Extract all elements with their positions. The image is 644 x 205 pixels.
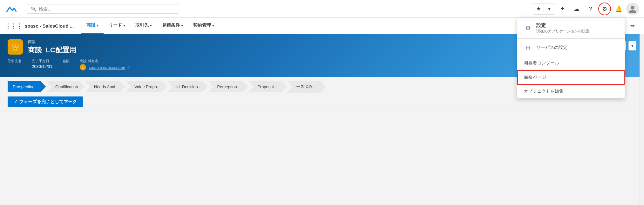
settings-dropdown: ⚙ 設定 現在のアプリケーションの設定 ⚙ サービスの設定 開発者コンソール 編… bbox=[517, 18, 625, 98]
field-owner: 商談 所有者 s soarize subscription 👤 bbox=[80, 59, 131, 70]
nav-tab-quotes[interactable]: 見積条件 ▾ bbox=[157, 18, 188, 34]
salesforce-logo bbox=[5, 4, 17, 13]
favorites-button[interactable]: ★ bbox=[533, 3, 544, 14]
settings-item-text: 設定 現在のアプリケーションの設定 bbox=[536, 23, 590, 34]
favorites-group: ★ ▾ bbox=[533, 3, 555, 15]
top-navigation: 🔍 ★ ▾ + ☁ ? ⚙ 🔔 bbox=[0, 0, 644, 18]
nav-tab-deals-label: 商談 bbox=[86, 23, 95, 28]
phase-step-prospecting[interactable]: Prospecting bbox=[8, 81, 46, 92]
logo-area bbox=[5, 4, 17, 13]
phase-step-proposal-label: Proposal... bbox=[257, 84, 277, 89]
field-amount-value bbox=[63, 64, 70, 69]
nav-tab-leads[interactable]: リード ▾ bbox=[104, 18, 130, 34]
field-account-name-label: 取引先名 bbox=[8, 59, 22, 63]
nav-tab-quotes-label: 見積条件 bbox=[162, 23, 180, 28]
field-account-name: 取引先名 bbox=[8, 59, 22, 70]
nav-tab-contracts-label: 契約管理 bbox=[193, 23, 211, 28]
nav-tab-leads-label: リード bbox=[109, 23, 122, 28]
phase-step-prospecting-label: Prospecting bbox=[13, 84, 35, 89]
nav-tabs: 商談 ▾ リード ▾ 取引先 ▾ 見積条件 ▾ 契約管理 ▾ bbox=[81, 18, 219, 34]
nav-tab-accounts-label: 取引先 bbox=[135, 23, 149, 28]
service-settings-gear-icon: ⚙ bbox=[524, 43, 532, 52]
phase-step-needs-analysis[interactable]: Needs Anal... bbox=[85, 81, 125, 92]
user-avatar[interactable] bbox=[626, 3, 639, 15]
settings-gear-icon: ⚙ bbox=[524, 24, 532, 33]
phase-step-perception[interactable]: Perception ... bbox=[208, 81, 248, 92]
field-owner-value-group: s soarize subscription 👤 bbox=[80, 64, 131, 70]
favorites-dropdown-button[interactable]: ▾ bbox=[544, 3, 555, 14]
record-more-actions-button[interactable]: ▾ bbox=[628, 41, 636, 50]
settings-button[interactable]: ⚙ bbox=[598, 3, 611, 15]
phase-step-qualification[interactable]: Qualification bbox=[46, 81, 85, 92]
field-amount-label: 金額 bbox=[63, 59, 70, 63]
dropdown-item-edit-object[interactable]: オブジェクトを編集 bbox=[517, 85, 625, 98]
dropdown-item-developer-console[interactable]: 開発者コンソール bbox=[517, 56, 625, 70]
phase-step-closed-label: ーズ済み bbox=[296, 84, 313, 89]
phase-step-value-label: Value Propo... bbox=[134, 84, 160, 89]
notifications-button[interactable]: 🔔 bbox=[612, 3, 625, 15]
phase-step-needs-label: Needs Anal... bbox=[94, 84, 119, 89]
record-type-icon: 👑 bbox=[8, 39, 23, 55]
nav-tab-deals[interactable]: 商談 ▾ bbox=[81, 18, 104, 34]
phase-step-proposal[interactable]: Proposal... bbox=[248, 81, 287, 92]
mark-complete-button[interactable]: ✓ フェーズを完了としてマーク bbox=[8, 96, 83, 107]
dropdown-item-settings[interactable]: ⚙ 設定 現在のアプリケーションの設定 bbox=[517, 18, 625, 38]
dropdown-item-edit-page[interactable]: 編集ページ bbox=[517, 70, 625, 85]
add-button[interactable]: + bbox=[556, 3, 569, 15]
settings-item-desc: 現在のアプリケーションの設定 bbox=[536, 29, 590, 34]
top-nav-actions: ★ ▾ + ☁ ? ⚙ 🔔 bbox=[533, 3, 639, 15]
svg-point-0 bbox=[631, 6, 634, 10]
field-amount: 金額 bbox=[63, 59, 70, 70]
help-button[interactable]: ? bbox=[584, 3, 597, 15]
owner-avatar-icon: s bbox=[80, 64, 86, 70]
phase-step-value-prop[interactable]: Value Propo... bbox=[125, 81, 166, 92]
nav-tab-quotes-arrow: ▾ bbox=[181, 23, 183, 28]
owner-link-icon: 👤 bbox=[126, 65, 131, 69]
service-settings-item-label: サービスの設定 bbox=[536, 45, 567, 50]
nav-tab-contracts[interactable]: 契約管理 ▾ bbox=[188, 18, 219, 34]
search-input[interactable] bbox=[39, 6, 175, 11]
field-owner-label: 商談 所有者 bbox=[80, 59, 131, 63]
phase-step-qualification-label: Qualification bbox=[55, 84, 78, 89]
avatar-icon bbox=[628, 4, 637, 13]
field-close-date-value: 2030/12/31 bbox=[32, 64, 52, 69]
nav-tab-deals-arrow: ▾ bbox=[97, 23, 98, 28]
phase-step-perception-label: Perception ... bbox=[217, 84, 242, 89]
app-name-label: soasc - SalesCloud ... bbox=[25, 23, 74, 29]
phase-step-id-decision[interactable]: Id. Decision... bbox=[167, 81, 208, 92]
record-title-area: 商談 商談_LC配置用 bbox=[28, 39, 529, 55]
field-close-date: 完了予定日 2030/12/31 bbox=[32, 59, 52, 70]
field-owner-value[interactable]: soarize subscription bbox=[89, 65, 125, 70]
search-bar[interactable]: 🔍 bbox=[27, 4, 179, 14]
nav-tab-accounts[interactable]: 取引先 ▾ bbox=[130, 18, 157, 34]
phase-step-closed[interactable]: ーズ済み bbox=[287, 81, 325, 93]
phase-step-decision-label: Id. Decision... bbox=[176, 84, 201, 89]
settings-item-label: 設定 bbox=[536, 23, 590, 29]
field-close-date-label: 完了予定日 bbox=[32, 59, 52, 63]
nav-tab-accounts-arrow: ▾ bbox=[150, 23, 152, 28]
cloud-button[interactable]: ☁ bbox=[570, 3, 583, 15]
record-type-label: 商談 bbox=[28, 39, 529, 45]
dropdown-item-service-settings[interactable]: ⚙ サービスの設定 bbox=[517, 39, 625, 56]
record-crown-icon: 👑 bbox=[11, 43, 20, 51]
app-name-area: ⋮⋮⋮ soasc - SalesCloud ... bbox=[5, 23, 74, 30]
record-title: 商談_LC配置用 bbox=[28, 45, 529, 55]
nav-tab-leads-arrow: ▾ bbox=[123, 23, 125, 28]
search-icon: 🔍 bbox=[31, 6, 36, 11]
field-account-name-value bbox=[8, 64, 22, 69]
service-settings-item-text: サービスの設定 bbox=[536, 45, 567, 50]
nav-tab-contracts-arrow: ▾ bbox=[212, 23, 214, 28]
edit-page-label: 編集ページ bbox=[524, 75, 546, 80]
grid-icon[interactable]: ⋮⋮⋮ bbox=[5, 23, 22, 30]
edit-pencil-button[interactable]: ✏ bbox=[627, 20, 639, 32]
